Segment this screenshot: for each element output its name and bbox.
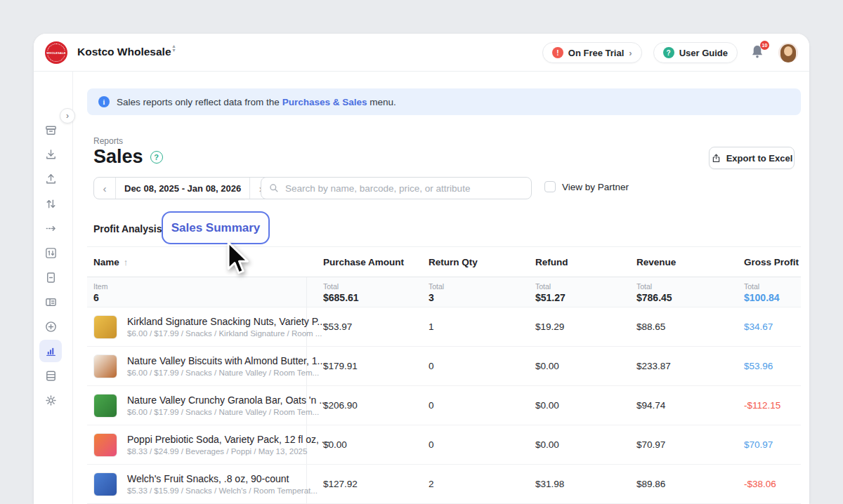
notifications-button[interactable]: 10 — [749, 43, 767, 62]
bar-chart-icon — [44, 345, 58, 358]
cell-revenue: $94.74 — [636, 400, 738, 411]
tab-sales-summary[interactable]: Sales Summary — [162, 211, 270, 244]
cell-gross-profit: -$38.06 — [738, 479, 801, 489]
table-row[interactable]: Nature Valley Biscuits with Almond Butte… — [87, 347, 801, 386]
table-row[interactable]: Kirkland Signature Snacking Nuts, Variet… — [87, 307, 801, 347]
table-row[interactable]: Poppi Prebiotic Soda, Variety Pack, 12 f… — [87, 425, 801, 465]
cell-return-qty: 1 — [429, 321, 535, 332]
notification-count-badge: 10 — [760, 41, 769, 50]
page-title: Sales — [93, 146, 143, 168]
cell-refund: $0.00 — [535, 400, 636, 411]
add-circle-icon — [44, 320, 58, 333]
product-attributes: $8.33 / $24.99 / Beverages / Poppi / May… — [127, 447, 329, 456]
column-header-name[interactable]: Name ↑ — [87, 257, 307, 267]
product-name: Nature Valley Biscuits with Almond Butte… — [127, 355, 325, 366]
column-header-refund: Refund — [535, 257, 636, 267]
free-trial-button[interactable]: ! On Free Trial › — [542, 42, 642, 63]
database-icon — [44, 369, 58, 383]
search-input[interactable] — [285, 183, 524, 194]
sidebar-item-settings[interactable] — [39, 389, 62, 411]
sidebar-expand-button[interactable]: › — [60, 108, 75, 124]
totals-item-count: 6 — [93, 292, 306, 303]
sidebar-item-journal[interactable] — [39, 266, 62, 289]
export-icon — [711, 153, 721, 164]
sidebar-nav — [34, 72, 73, 504]
cell-purchase: $0.00 — [307, 439, 429, 450]
product-thumbnail — [93, 315, 117, 339]
card-table-icon — [44, 296, 58, 309]
table-row[interactable]: Welch's Fruit Snacks, .8 oz, 90-count $5… — [87, 465, 801, 504]
export-to-excel-button[interactable]: Export to Excel — [709, 147, 795, 169]
product-thumbnail — [93, 472, 117, 496]
sidebar-item-reports[interactable] — [39, 340, 62, 362]
view-by-partner: View by Partner — [544, 181, 629, 192]
search-icon — [268, 183, 280, 194]
column-header-revenue: Revenue — [636, 257, 738, 267]
totals-gross-profit: $100.84 — [744, 292, 801, 303]
purchases-sales-link[interactable]: Purchases & Sales — [282, 97, 367, 107]
info-icon: i — [98, 96, 110, 107]
sidebar-item-add[interactable] — [39, 315, 62, 338]
cell-gross-profit: $34.67 — [738, 321, 801, 332]
product-attributes: $6.00 / $17.99 / Snacks / Kirkland Signa… — [127, 329, 325, 338]
tab-profit-analysis[interactable]: Profit Analysis — [93, 223, 162, 234]
product-name: Poppi Prebiotic Soda, Variety Pack, 12 f… — [127, 434, 329, 445]
product-name: Kirkland Signature Snacking Nuts, Variet… — [127, 316, 325, 327]
sidebar-item-transfer[interactable] — [39, 192, 62, 215]
transfer-icon — [44, 197, 58, 211]
sidebar-item-import[interactable] — [39, 143, 62, 166]
sidebar-item-export[interactable] — [39, 168, 62, 190]
sidebar-item-cards[interactable] — [39, 291, 62, 313]
top-bar: WHOLESALE Kostco Wholesale ▲ ▼ ! On Free… — [34, 34, 809, 72]
search-bar — [261, 177, 532, 199]
journal-icon — [44, 271, 58, 284]
product-name: Nature Valley Crunchy Granola Bar, Oats … — [127, 394, 327, 406]
cell-return-qty: 2 — [429, 479, 535, 489]
banner-text: Sales reports only reflect data from the… — [117, 97, 396, 107]
user-avatar[interactable] — [778, 43, 798, 62]
avatar-face — [784, 46, 792, 56]
cell-gross-profit: -$112.15 — [738, 400, 801, 411]
settings-gear-icon — [44, 394, 58, 407]
company-logo[interactable]: WHOLESALE — [45, 41, 67, 64]
top-bar-actions: ! On Free Trial › ? User Guide 10 — [542, 34, 798, 72]
app-window: WHOLESALE Kostco Wholesale ▲ ▼ ! On Free… — [34, 34, 809, 504]
user-guide-button[interactable]: ? User Guide — [653, 42, 738, 63]
sidebar-item-dispatch[interactable] — [39, 217, 62, 239]
company-switcher-icon[interactable]: ▲ ▼ — [171, 44, 176, 53]
totals-return-qty: 3 — [429, 292, 535, 303]
product-attributes: $5.33 / $15.99 / Snacks / Welch's / Room… — [127, 486, 318, 495]
page-help-icon[interactable]: ? — [150, 151, 163, 164]
date-prev-button[interactable]: ‹ — [94, 178, 115, 199]
chevron-left-icon: ‹ — [103, 183, 107, 194]
cell-revenue: $89.86 — [636, 479, 738, 489]
product-attributes: $6.00 / $17.99 / Snacks / Nature Valley … — [127, 408, 327, 416]
cell-return-qty: 0 — [429, 361, 535, 371]
totals-purchase: $685.61 — [323, 292, 429, 303]
sidebar-item-packages[interactable] — [39, 119, 62, 141]
download-icon — [44, 148, 58, 161]
alert-icon: ! — [552, 47, 563, 58]
totals-revenue: $786.45 — [636, 292, 738, 303]
sidebar-item-sort-panel[interactable] — [39, 241, 62, 264]
table-row[interactable]: Nature Valley Crunchy Granola Bar, Oats … — [87, 386, 801, 425]
sort-ascending-icon: ↑ — [124, 257, 129, 267]
sidebar-item-database[interactable] — [39, 364, 62, 387]
product-thumbnail — [93, 433, 117, 457]
upload-icon — [44, 173, 58, 186]
view-by-partner-label: View by Partner — [562, 182, 629, 192]
view-by-partner-checkbox[interactable] — [544, 181, 556, 192]
date-range-value[interactable]: Dec 08, 2025 - Jan 08, 2026 — [115, 178, 250, 199]
date-range-picker: ‹ Dec 08, 2025 - Jan 08, 2026 › — [93, 177, 272, 199]
cell-refund: $19.29 — [535, 321, 636, 332]
product-attributes: $6.00 / $17.99 / Snacks / Nature Valley … — [127, 369, 325, 377]
cell-gross-profit: $53.96 — [738, 361, 801, 371]
cell-gross-profit: $70.97 — [738, 439, 801, 450]
info-banner: i Sales reports only reflect data from t… — [87, 88, 801, 115]
arrow-dashed-right-icon — [44, 222, 58, 235]
product-thumbnail — [93, 354, 117, 378]
cell-purchase: $127.92 — [307, 479, 429, 489]
column-header-purchase-amount: Purchase Amount — [307, 257, 429, 267]
numbered-sort-icon — [44, 246, 58, 260]
product-name: Welch's Fruit Snacks, .8 oz, 90-count — [127, 473, 318, 484]
